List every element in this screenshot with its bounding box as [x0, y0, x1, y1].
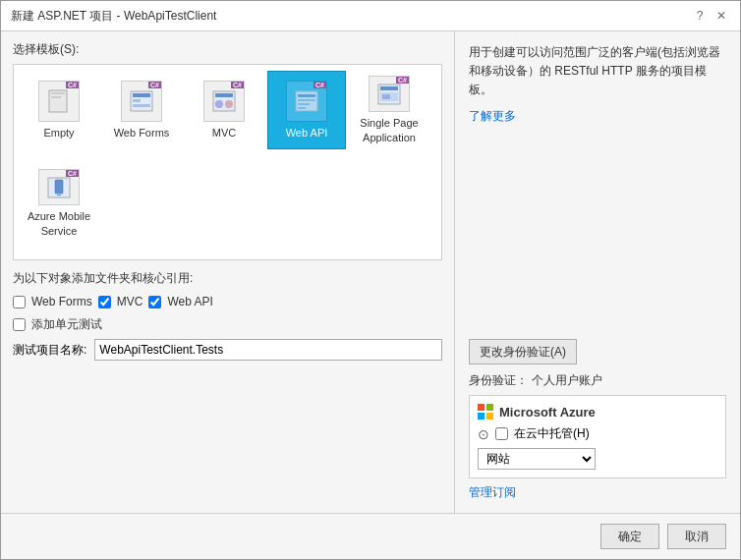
left-panel: 选择模板(S): C# Empty — [1, 31, 455, 513]
template-item-empty[interactable]: C# Empty — [20, 71, 98, 149]
mvc-checkbox-label: MVC — [117, 295, 143, 308]
spa-label: Single PageApplication — [360, 116, 418, 144]
webforms-svg — [128, 87, 155, 115]
svg-rect-8 — [215, 93, 233, 97]
template-item-webforms[interactable]: C# Web Forms — [102, 71, 181, 149]
bottom-section: 为以下对象添加文件夹和核心引用: Web Forms MVC Web API 添… — [13, 270, 442, 503]
test-checkbox[interactable] — [13, 318, 26, 331]
template-item-mvc[interactable]: C# MVC — [185, 71, 263, 149]
azure-header-label: Microsoft Azure — [499, 405, 596, 420]
cs-badge-empty: C# — [66, 82, 79, 88]
webapi-label: Web API — [286, 126, 328, 140]
webforms-label: Web Forms — [114, 126, 170, 140]
svg-rect-2 — [51, 96, 61, 98]
add-folders-label: 为以下对象添加文件夹和核心引用: — [13, 270, 442, 287]
mvc-checkbox[interactable] — [98, 296, 111, 308]
azuremobile-label: Azure MobileService — [28, 209, 90, 238]
webapi-svg — [293, 87, 320, 115]
auth-label: 身份验证： — [469, 372, 528, 389]
cs-badge-webforms: C# — [148, 82, 161, 88]
azuremobile-svg — [45, 174, 73, 201]
cs-badge-spa: C# — [396, 77, 409, 84]
azure-section: Microsoft Azure ⊙ 在云中托管(H) 网站 虚拟机 — [469, 395, 726, 478]
template-item-spa[interactable]: C# Single PageApplication — [350, 71, 428, 149]
svg-rect-19 — [382, 94, 390, 99]
cs-badge-webapi: C# — [314, 82, 326, 88]
svg-rect-22 — [57, 195, 61, 196]
help-button[interactable]: ? — [691, 7, 709, 25]
svg-rect-23 — [478, 404, 484, 411]
website-dropdown[interactable]: 网站 虚拟机 — [478, 448, 596, 470]
manage-link[interactable]: 管理订阅 — [469, 484, 726, 501]
svg-rect-25 — [478, 413, 484, 420]
svg-rect-17 — [380, 86, 398, 90]
svg-rect-4 — [133, 93, 150, 97]
webforms-checkbox-label: Web Forms — [31, 295, 92, 308]
svg-point-9 — [215, 100, 223, 108]
svg-rect-26 — [486, 413, 493, 420]
template-item-azuremobile[interactable]: C# Azure MobileService — [20, 164, 98, 243]
spa-icon: C# — [369, 76, 410, 112]
azure-header: Microsoft Azure — [478, 404, 717, 420]
title-bar-buttons: ? ✕ — [691, 7, 730, 25]
webapi-checkbox-label: Web API — [167, 295, 212, 308]
empty-label: Empty — [43, 126, 74, 140]
azuremobile-icon: C# — [38, 169, 80, 205]
template-grid: C# Empty C# — [13, 64, 442, 260]
learn-more-link[interactable]: 了解更多 — [469, 108, 726, 125]
cancel-button[interactable]: 取消 — [667, 524, 726, 549]
cloud-label: 在云中托管(H) — [514, 425, 590, 442]
svg-point-10 — [225, 100, 233, 108]
auth-value: 个人用户账户 — [532, 372, 602, 389]
empty-icon: C# — [38, 81, 80, 122]
svg-rect-24 — [486, 404, 493, 411]
template-item-webapi[interactable]: C# Web API — [267, 71, 346, 149]
title-bar: 新建 ASP.NET 项目 - WebApiTestClient ? ✕ — [1, 1, 740, 31]
dialog-body: 选择模板(S): C# Empty — [1, 31, 740, 513]
svg-rect-5 — [133, 99, 141, 102]
main-dialog: 新建 ASP.NET 项目 - WebApiTestClient ? ✕ 选择模… — [0, 0, 741, 560]
svg-rect-14 — [298, 103, 310, 105]
right-description: 用于创建可以访问范围广泛的客户端(包括浏览器和移动设备）的 RESTful HT… — [469, 43, 726, 100]
template-section-label: 选择模板(S): — [13, 41, 442, 58]
azure-logo-icon — [478, 404, 493, 420]
cs-badge-azuremobile: C# — [66, 170, 79, 177]
cloud-checkbox[interactable] — [495, 427, 508, 440]
cs-badge-mvc: C# — [231, 82, 244, 88]
svg-rect-15 — [298, 107, 306, 109]
empty-svg — [45, 87, 73, 115]
right-panel: 用于创建可以访问范围广泛的客户端(包括浏览器和移动设备）的 RESTful HT… — [455, 31, 740, 513]
mvc-svg — [210, 87, 238, 115]
test-name-input[interactable] — [94, 339, 442, 361]
test-name-label: 测试项目名称: — [13, 342, 86, 359]
dialog-footer: 确定 取消 — [1, 513, 740, 559]
svg-rect-6 — [133, 104, 150, 107]
test-checkbox-row: 添加单元测试 — [13, 316, 442, 333]
webapi-icon: C# — [286, 81, 327, 122]
webforms-icon: C# — [121, 81, 162, 122]
svg-rect-12 — [298, 94, 315, 97]
auth-label-row: 身份验证： 个人用户账户 — [469, 372, 726, 389]
svg-rect-21 — [55, 180, 63, 194]
svg-rect-1 — [51, 92, 65, 94]
auth-section: 身份验证： 个人用户账户 Microsoft Azure — [469, 372, 726, 501]
cloud-row: ⊙ 在云中托管(H) — [478, 425, 717, 442]
mvc-icon: C# — [203, 81, 245, 122]
checkboxes-row: Web Forms MVC Web API — [13, 295, 442, 308]
webforms-checkbox[interactable] — [13, 296, 26, 308]
change-auth-button[interactable]: 更改身份验证(A) — [469, 339, 577, 364]
close-button[interactable]: ✕ — [712, 7, 730, 25]
test-checkbox-label: 添加单元测试 — [31, 316, 102, 333]
expand-icon[interactable]: ⊙ — [478, 426, 489, 442]
dialog-title: 新建 ASP.NET 项目 - WebApiTestClient — [11, 8, 216, 25]
mvc-label: MVC — [212, 126, 236, 140]
spa-svg — [375, 81, 403, 108]
webapi-checkbox[interactable] — [148, 296, 161, 308]
test-name-row: 测试项目名称: — [13, 339, 442, 361]
test-section: 添加单元测试 测试项目名称: — [13, 316, 442, 361]
svg-rect-13 — [298, 99, 315, 101]
confirm-button[interactable]: 确定 — [600, 524, 659, 549]
